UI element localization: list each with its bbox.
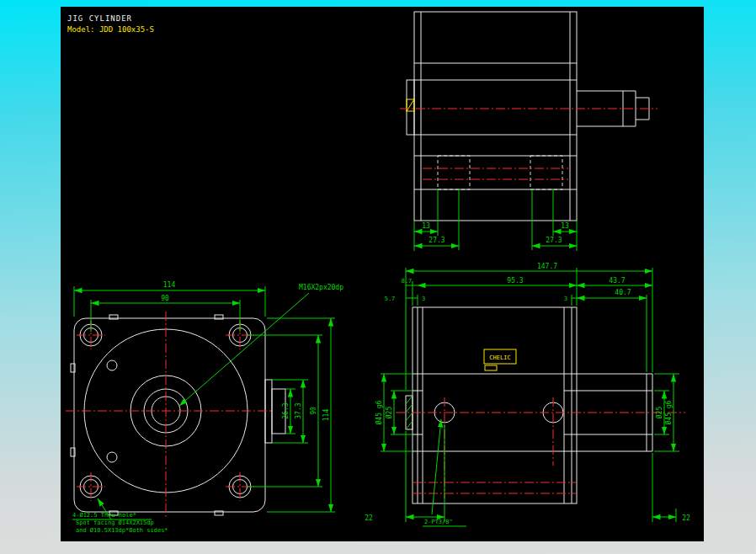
dim-8-7: 8.7 <box>402 278 413 285</box>
dia-left-outer: Ø45 g6 <box>375 400 383 424</box>
dim-27-3-right: 27.3 <box>546 237 562 244</box>
drawing-title: JIG CYLINDER <box>67 14 132 23</box>
dim-5-7: 5.7 <box>385 296 396 302</box>
hidden-slot-right <box>530 156 562 189</box>
dim-3-right: 3 <box>564 296 567 302</box>
top-view-centerlines <box>400 109 658 179</box>
brand-label-text: CHELIC <box>489 354 510 361</box>
cad-drawing-canvas[interactable]: JIG CYLINDER Model: JDD 100x35-S <box>61 7 704 541</box>
dim-40-7: 40.7 <box>615 289 631 296</box>
front-view-geometry <box>71 315 285 515</box>
dim-13-right: 13 <box>561 222 569 230</box>
dim-95-3: 95.3 <box>507 277 523 285</box>
desktop-background: JIG CYLINDER Model: JDD 100x35-S <box>0 0 756 554</box>
top-view-hidden-lines <box>438 156 562 189</box>
hole-note-line-3: and Ø18.5X13dp*Both sides* <box>76 527 168 534</box>
front-view-centerlines <box>66 312 271 519</box>
dim-13-left: 13 <box>422 222 430 230</box>
dim-bolt-90-v: 90 <box>310 407 317 415</box>
dim-43-7: 43.7 <box>609 277 625 285</box>
drawing-model: Model: JDD 100x35-S <box>67 25 154 34</box>
hidden-slot-left <box>438 156 470 189</box>
dim-boss-37-3: 37.3 <box>295 402 302 418</box>
dim-27-3-left: 27.3 <box>429 237 445 244</box>
dim-width-114: 114 <box>163 281 176 289</box>
dia-left-inner: Ø25 <box>385 407 393 419</box>
side-view-geometry <box>406 307 652 503</box>
dim-22-left: 22 <box>365 514 373 522</box>
brand-label-small-box <box>485 365 497 370</box>
dim-3-left: 3 <box>422 296 425 302</box>
side-view: CHELIC <box>365 263 690 526</box>
hole-note-line-1: 4-Ø12.5 Thru-hole* <box>72 512 136 519</box>
pin-hole-upper <box>107 360 117 370</box>
dim-total-147-7: 147.7 <box>537 263 557 270</box>
side-view-dim-lines <box>381 268 679 526</box>
top-view-port-marker <box>407 99 414 111</box>
drawing-svg: JIG CYLINDER Model: JDD 100x35-S <box>61 7 704 541</box>
dia-right-inner: Ø25 <box>655 407 663 419</box>
pin-hole-lower <box>107 452 117 462</box>
dim-bolt-90-h: 90 <box>161 295 169 302</box>
side-view-dimensions: 147.7 8.7 95.3 43.7 5.7 3 3 40.7 Ø45 g6 … <box>365 263 690 526</box>
thread-callout: M16X2px20dp <box>299 284 343 291</box>
dim-boss-26-3: 26.3 <box>282 402 290 418</box>
hole-note-line-2: Spot facing Ø14X2X15dp <box>76 519 154 526</box>
port-callout: 2-PT3/8" <box>424 519 453 525</box>
front-view: 114 90 114 90 37.3 26.3 M16X2px20dp 4-Ø1… <box>66 281 343 534</box>
front-view-plate <box>74 318 265 512</box>
dim-22-right: 22 <box>682 514 690 522</box>
top-view-port-boss <box>407 80 414 135</box>
brand-label: CHELIC <box>484 349 516 370</box>
side-view-centerlines <box>396 397 685 498</box>
port-leader-line <box>432 419 441 514</box>
dia-right-outer: Ø45 g6 <box>664 400 673 424</box>
top-view-geometry <box>407 12 649 221</box>
top-view: 13 27.3 13 27.3 <box>400 12 658 251</box>
dim-height-114: 114 <box>322 409 330 422</box>
title-block: JIG CYLINDER Model: JDD 100x35-S <box>67 14 154 34</box>
